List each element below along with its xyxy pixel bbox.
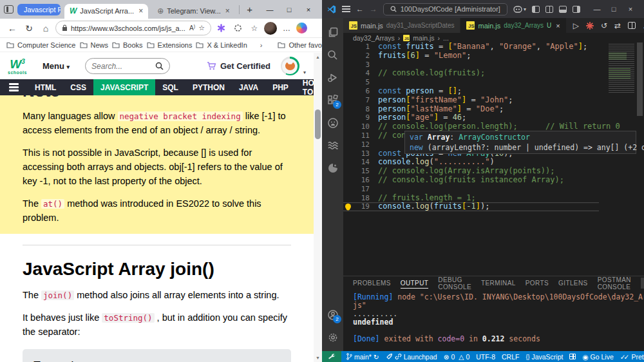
command-center-search[interactable]: 100DaysOfCode [Administrator] [383, 3, 507, 15]
nav-howto[interactable]: HOW TO [296, 79, 314, 95]
nav-python[interactable]: PYTHON [185, 79, 232, 95]
settings-more-icon[interactable]: … [279, 24, 294, 33]
tab-debug-console[interactable]: DEBUG CONSOLE [438, 276, 471, 291]
favorites-overflow-icon[interactable]: › [260, 41, 263, 49]
maximize-button[interactable]: □ [605, 5, 622, 13]
profile-avatar[interactable] [264, 22, 277, 35]
address-bar[interactable]: https://www.w3schools.com/js/js_a... A) … [55, 21, 211, 35]
editor-scrollbar[interactable] [636, 43, 644, 276]
extensions-icon[interactable]: 2 [322, 89, 343, 111]
eol-item[interactable]: CRLF [502, 353, 519, 361]
close-button[interactable]: × [622, 5, 639, 13]
add-favorite-icon[interactable]: ☆ [198, 24, 205, 32]
remote-indicator[interactable] [322, 351, 341, 362]
prettier-item[interactable]: ✓✓Prettier [620, 353, 644, 361]
copilot-icon[interactable]: ▾ [513, 6, 526, 13]
minimap[interactable] [609, 44, 634, 93]
settings-gear-icon[interactable] [322, 326, 343, 348]
favorite-extensions[interactable]: Extensions [147, 41, 193, 49]
tab-group-label[interactable]: Javascript Project Tut [17, 4, 61, 15]
layout-grid-icon[interactable] [569, 354, 576, 359]
output-filter-input[interactable]: Filter [641, 278, 644, 289]
menu-icon[interactable] [342, 6, 350, 12]
history-forward-icon[interactable]: → [370, 5, 377, 14]
favorites-list-icon[interactable]: ☆ [247, 24, 261, 33]
history-back-icon[interactable]: ← [356, 5, 364, 14]
waves-extension-icon[interactable] [322, 134, 343, 157]
tab-output[interactable]: OUTPUT [401, 280, 429, 289]
home-button[interactable]: ⌂ [39, 23, 53, 33]
user-avatar[interactable] [281, 57, 299, 75]
output-console[interactable]: [Running] node "c:\Users\ID. INYANG\Desk… [343, 290, 644, 351]
compare-changes-icon[interactable]: ⇄ [614, 21, 621, 30]
editor-tab-day31[interactable]: JS main.js day31_JavaScriptDates [343, 18, 460, 33]
close-tab-icon[interactable]: × [225, 6, 230, 15]
close-tab-icon[interactable]: × [556, 22, 560, 30]
run-debug-icon[interactable] [322, 66, 343, 89]
problems-item[interactable]: ⊗0 △0 [444, 353, 470, 361]
scroll-down-icon[interactable]: ▼ [314, 356, 322, 360]
tab-activities-icon[interactable] [4, 5, 14, 14]
back-button[interactable]: ← [5, 23, 19, 33]
toggle-sidebar-icon[interactable] [532, 6, 540, 13]
scrollbar-thumb[interactable] [315, 110, 321, 139]
nav-javascript[interactable]: JAVASCRIPT [93, 79, 155, 95]
editor-tab-day32[interactable]: JS main.js day32_Arrays U × [460, 18, 565, 33]
code-editor[interactable]: 1const fruits = ["Banana", "Orange", "Ap… [343, 43, 644, 276]
close-tab-icon[interactable]: × [138, 6, 143, 15]
circle-extension-icon[interactable] [322, 157, 343, 179]
tab-terminal[interactable]: TERMINAL [481, 280, 516, 287]
favorite-news[interactable]: News [80, 41, 109, 49]
favorite-x-linkedin[interactable]: X & LinkedIn [196, 41, 247, 49]
hamburger-icon[interactable] [0, 79, 28, 95]
run-code-icon[interactable]: ▷ [573, 21, 579, 30]
language-item[interactable]: {}JavaScript [526, 353, 563, 361]
git-branch-item[interactable]: main* ↻ [346, 353, 379, 361]
scroll-up-icon[interactable]: ▲ [314, 55, 322, 59]
toggle-panel-icon[interactable] [559, 6, 567, 13]
split-editor-layout-icon[interactable] [545, 6, 553, 13]
nav-php[interactable]: PHP [265, 79, 296, 95]
timeline-history-icon[interactable]: ↺ [601, 21, 607, 30]
page-scrollbar[interactable]: ▲ ▼ [314, 53, 322, 362]
encoding-item[interactable]: UTF-8 [476, 353, 495, 361]
accounts-icon[interactable]: 2 [322, 303, 343, 326]
tab-postman-console[interactable]: POSTMAN CONSOLE [598, 276, 631, 291]
tab-gitlens[interactable]: GITLENS [558, 280, 588, 287]
browser-essentials-icon[interactable] [231, 24, 245, 32]
breadcrumbs[interactable]: day32_Arrays › JS main.js › ... [343, 33, 644, 43]
browser-tab-w3schools[interactable]: W JavaScript Arra... × [64, 4, 148, 19]
browser-tab-telegram[interactable]: ⊕ Telegram: View... × [152, 4, 235, 19]
tab-problems[interactable]: PROBLEMS [353, 280, 391, 287]
section-divider [23, 245, 291, 245]
nav-css[interactable]: CSS [63, 79, 93, 95]
nav-html[interactable]: HTML [28, 79, 63, 95]
copilot-icon[interactable] [296, 23, 307, 33]
other-favorites[interactable]: Other favorites [278, 41, 322, 49]
search-icon[interactable] [322, 44, 343, 66]
favorite-books[interactable]: Books [112, 41, 143, 49]
runner-starburst-icon[interactable] [586, 22, 594, 30]
go-live-item[interactable]: ◉Go Live [582, 353, 613, 361]
menu-button[interactable]: Menu ▾ [43, 61, 70, 71]
github-icon[interactable] [322, 111, 343, 134]
get-certified-link[interactable]: Get Certified [207, 61, 270, 71]
refresh-button[interactable]: ↻ [22, 23, 36, 33]
new-tab-button[interactable]: + [243, 4, 256, 15]
split-editor-icon[interactable] [628, 22, 636, 29]
close-button[interactable]: × [299, 6, 318, 14]
tab-ports[interactable]: PORTS [526, 280, 549, 287]
minimize-button[interactable]: — [260, 6, 279, 14]
toggle-secondary-sidebar-icon[interactable] [573, 6, 580, 13]
site-search-input[interactable]: Search... [85, 58, 170, 74]
maximize-button[interactable]: □ [279, 6, 299, 14]
read-aloud-icon[interactable]: A) [189, 24, 195, 32]
minimize-button[interactable]: — [589, 5, 605, 13]
favorite-computer-science[interactable]: Computer Science [6, 41, 76, 49]
w3schools-logo[interactable]: W3 schools [8, 58, 27, 75]
extension-asterisk-icon[interactable] [214, 24, 228, 32]
nav-java[interactable]: JAVA [232, 79, 265, 95]
launchpad-item[interactable]: Launchpad [386, 353, 437, 361]
explorer-icon[interactable] [322, 21, 343, 44]
nav-sql[interactable]: SQL [155, 79, 185, 95]
